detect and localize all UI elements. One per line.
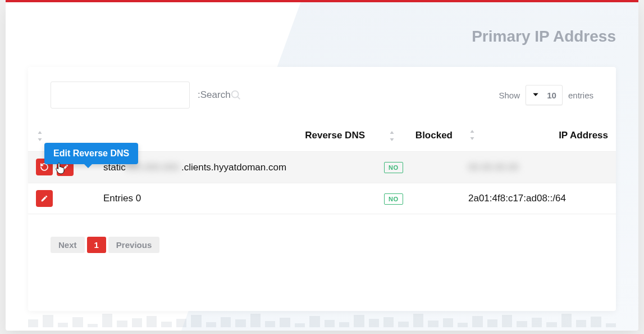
entries-value: 10 — [547, 91, 556, 100]
col-blocked[interactable]: Blocked — [376, 120, 460, 152]
page-1-button[interactable]: 1 — [87, 237, 106, 253]
entries-label: entries — [568, 91, 593, 100]
table-wrapper: Reverse DNS Blocked IP Add — [28, 120, 616, 214]
edit-rdns-button[interactable] — [36, 190, 53, 207]
edit-rdns-tooltip: Edit Reverse DNS — [44, 143, 138, 164]
blocked-badge: NO — [384, 162, 403, 173]
ip-hidden: 00.00.00.00 — [468, 162, 519, 173]
actions-cell — [28, 183, 95, 214]
entries-group: Show 10 entries — [499, 85, 593, 105]
col-ip[interactable]: IP Address — [460, 120, 616, 152]
blocked-cell: NO — [376, 152, 460, 183]
top-red-bar — [6, 0, 638, 2]
svg-line-1 — [237, 97, 240, 99]
table-row: Entries 0 NO 2a01:4f8:c17:ad08::/64 — [28, 183, 616, 214]
col-rdns-label: Reverse DNS — [305, 130, 365, 141]
pagination: Next 1 Previous — [28, 214, 616, 270]
blocked-badge: NO — [384, 193, 403, 205]
search-input[interactable] — [51, 82, 190, 109]
col-ip-label: IP Address — [559, 130, 608, 141]
blocked-cell: NO — [376, 183, 460, 214]
page-title: Primary IP Address — [472, 28, 616, 46]
ip-cell: 00.00.00.00 — [460, 152, 616, 183]
svg-point-0 — [231, 91, 238, 98]
rdns-cell: Entries 0 — [95, 183, 376, 214]
search-group: :Search — [51, 82, 242, 109]
next-button[interactable]: Next — [51, 237, 85, 253]
sort-icon[interactable] — [36, 131, 44, 141]
ip-cell: 2a01:4f8:c17:ad08::/64 — [460, 183, 616, 214]
sort-icon[interactable] — [388, 131, 396, 141]
sort-icon[interactable] — [468, 130, 476, 140]
ip-table: Reverse DNS Blocked IP Add — [28, 120, 616, 214]
search-icon — [230, 89, 242, 101]
decorative-bars — [28, 310, 616, 327]
rdns-suffix: .clients.hyyatdoman.com — [181, 162, 286, 173]
main-card: Primary IP Address Edit Reverse DNS :Sea… — [6, 2, 638, 331]
caret-down-icon — [532, 91, 540, 100]
entries-select[interactable]: 10 — [526, 85, 563, 105]
previous-button[interactable]: Previous — [108, 237, 159, 253]
search-label-text: :Search — [198, 89, 231, 101]
search-label: :Search — [198, 89, 242, 101]
show-label: Show — [499, 91, 520, 100]
content-card: Edit Reverse DNS :Search Show — [28, 67, 616, 311]
col-blocked-label: Blocked — [415, 130, 453, 141]
controls-row: :Search Show 10 entr — [28, 67, 616, 120]
